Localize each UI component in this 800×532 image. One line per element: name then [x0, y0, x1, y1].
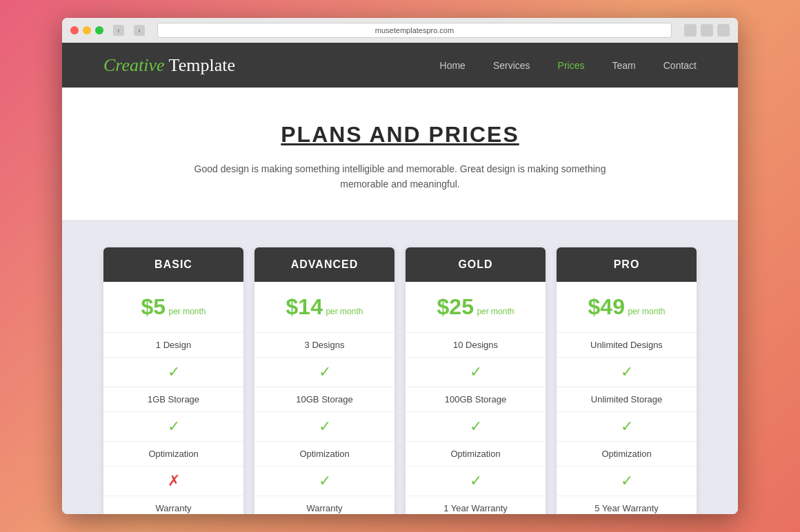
- hero-section: PLANS AND PRICES Good design is making s…: [62, 88, 738, 220]
- menu-button[interactable]: [717, 24, 730, 37]
- pricing-section: BASIC $5 per month 1 Design ✓ 1GB Storag…: [62, 220, 738, 514]
- plan-feature: 3 Designs: [254, 333, 394, 358]
- plan-price: $25 per month: [406, 282, 546, 333]
- plan-card-basic: BASIC $5 per month 1 Design ✓ 1GB Storag…: [103, 247, 243, 514]
- plan-feature: Unlimited Storage: [557, 387, 697, 412]
- check-icon: ✓: [319, 472, 331, 489]
- plan-feature-icon: ✓: [103, 358, 243, 387]
- nav-item-prices[interactable]: Prices: [558, 59, 585, 72]
- plan-feature-icon: ✗: [103, 467, 243, 496]
- nav-item-home[interactable]: Home: [440, 59, 466, 72]
- plan-feature: Optimization: [254, 442, 394, 467]
- minimize-button[interactable]: [83, 26, 91, 34]
- plan-feature: 5 Year Warranty: [557, 496, 697, 514]
- browser-window: ‹ › musetemplatespro.com Creative Templa…: [62, 18, 738, 514]
- plan-price: $5 per month: [103, 282, 243, 333]
- plan-feature: Warranty: [254, 496, 394, 514]
- plan-header: PRO: [557, 247, 697, 282]
- plan-feature-icon: ✓: [406, 412, 546, 442]
- price-amount: $5: [141, 294, 166, 319]
- browser-titlebar: ‹ › musetemplatespro.com: [62, 18, 738, 43]
- plan-feature: Unlimited Designs: [557, 333, 697, 358]
- page-title: PLANS AND PRICES: [117, 122, 683, 147]
- plan-feature-icon: ✓: [557, 467, 697, 496]
- price-period: per month: [169, 307, 206, 316]
- plan-feature: Warranty: [103, 496, 243, 514]
- plan-header: ADVANCED: [254, 247, 394, 282]
- plan-feature-icon: ✓: [254, 412, 394, 442]
- plan-feature: 1GB Storage: [103, 387, 243, 412]
- url-text: musetemplatespro.com: [375, 26, 454, 34]
- back-button[interactable]: ‹: [113, 25, 124, 36]
- check-icon: ✓: [470, 363, 482, 380]
- nav-link-home[interactable]: Home: [440, 60, 466, 71]
- tab-button[interactable]: [701, 24, 713, 37]
- plan-price: $14 per month: [254, 282, 394, 333]
- plan-feature: 1 Year Warranty: [406, 496, 546, 514]
- plan-price: $49 per month: [557, 282, 697, 333]
- price-period: per month: [326, 307, 363, 316]
- logo-template: Template: [165, 55, 235, 75]
- hero-subtitle: Good design is making something intellig…: [193, 161, 607, 192]
- price-period: per month: [628, 307, 665, 316]
- plan-card-pro: PRO $49 per month Unlimited Designs ✓ Un…: [557, 247, 697, 514]
- share-button[interactable]: [684, 24, 697, 37]
- address-bar[interactable]: musetemplatespro.com: [157, 23, 672, 38]
- nav-item-contact[interactable]: Contact: [663, 59, 697, 72]
- plan-feature: 10 Designs: [406, 333, 546, 358]
- nav-link-team[interactable]: Team: [612, 60, 636, 71]
- plan-card-gold: GOLD $25 per month 10 Designs ✓ 100GB St…: [406, 247, 546, 514]
- plan-feature-icon: ✓: [254, 358, 394, 387]
- maximize-button[interactable]: [95, 26, 103, 34]
- plan-feature: Optimization: [406, 442, 546, 467]
- check-icon: ✓: [470, 418, 482, 435]
- pricing-grid: BASIC $5 per month 1 Design ✓ 1GB Storag…: [103, 247, 697, 514]
- price-amount: $49: [588, 294, 625, 319]
- check-icon: ✓: [470, 472, 482, 489]
- price-amount: $25: [437, 294, 474, 319]
- plan-feature: 1 Design: [103, 333, 243, 358]
- plan-feature-icon: ✓: [406, 358, 546, 387]
- nav-link-contact[interactable]: Contact: [663, 60, 697, 71]
- plan-feature: Optimization: [103, 442, 243, 467]
- nav-link-prices[interactable]: Prices: [558, 60, 585, 71]
- nav-item-services[interactable]: Services: [493, 59, 530, 72]
- cross-icon: ✗: [168, 472, 180, 489]
- plan-feature: Optimization: [557, 442, 697, 467]
- check-icon: ✓: [168, 363, 180, 380]
- plan-feature: 10GB Storage: [254, 387, 394, 412]
- check-icon: ✓: [168, 418, 180, 435]
- plan-header: BASIC: [103, 247, 243, 282]
- nav-item-team[interactable]: Team: [612, 59, 636, 72]
- price-amount: $14: [286, 294, 323, 319]
- plan-card-advanced: ADVANCED $14 per month 3 Designs ✓ 10GB …: [254, 247, 394, 514]
- plan-feature-icon: ✓: [557, 358, 697, 387]
- plan-feature-icon: ✓: [557, 412, 697, 442]
- check-icon: ✓: [621, 472, 633, 489]
- check-icon: ✓: [319, 363, 331, 380]
- check-icon: ✓: [621, 418, 633, 435]
- plan-feature: 100GB Storage: [406, 387, 546, 412]
- plan-feature-icon: ✓: [254, 467, 394, 496]
- forward-button[interactable]: ›: [134, 25, 145, 36]
- check-icon: ✓: [621, 363, 633, 380]
- plan-header: GOLD: [406, 247, 546, 282]
- nav-link-services[interactable]: Services: [493, 60, 530, 71]
- site-nav: Creative Template Home Services Prices T…: [62, 43, 738, 88]
- plan-feature-icon: ✓: [103, 412, 243, 442]
- nav-links: Home Services Prices Team Contact: [440, 59, 697, 72]
- close-button[interactable]: [70, 26, 79, 34]
- price-period: per month: [477, 307, 514, 316]
- browser-actions: [684, 24, 730, 37]
- logo-creative: Creative: [103, 55, 165, 75]
- site-logo: Creative Template: [103, 54, 440, 76]
- plan-feature-icon: ✓: [406, 467, 546, 496]
- browser-content: Creative Template Home Services Prices T…: [62, 43, 738, 514]
- check-icon: ✓: [319, 418, 331, 435]
